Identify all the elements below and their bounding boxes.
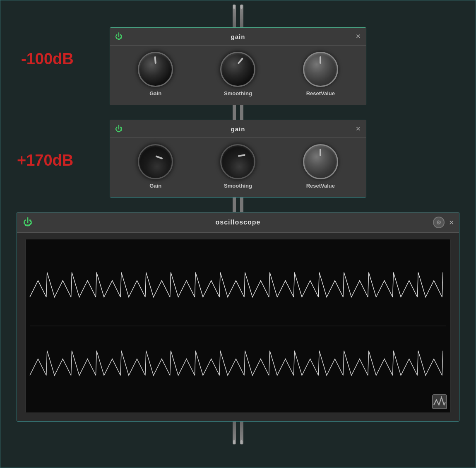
knob-gain1-gain-label: Gain	[149, 90, 161, 96]
knob-gain1-smoothing[interactable]	[220, 52, 255, 87]
gain-panel-1-power[interactable]: ⏻	[115, 32, 123, 41]
oscilloscope-wave-icon[interactable]	[432, 394, 447, 409]
connector-line-left-bottom	[233, 422, 236, 444]
gain-panel-2-title: gain	[231, 125, 245, 133]
knob-gain1-smoothing-indicator	[237, 58, 243, 64]
knob-gain1-gain[interactable]	[138, 52, 173, 87]
knob-gain2-smoothing-indicator	[238, 154, 245, 157]
knob-gain1-reset-label: ResetValue	[306, 90, 335, 96]
db-label-1: -100dB	[21, 50, 74, 68]
knob-gain2-smoothing-label: Smoothing	[224, 183, 252, 189]
gain-panel-1-body: Gain Smoothing ResetValue	[110, 45, 366, 105]
oscilloscope-title: oscilloscope	[216, 219, 261, 226]
knob-container-gain1-reset: ResetValue	[293, 52, 347, 96]
knob-gain2-reset-indicator	[320, 149, 321, 156]
db-label-2: +170dB	[17, 152, 73, 169]
waveform-svg	[26, 239, 450, 413]
knob-container-gain2-gain: Gain	[129, 144, 183, 189]
gain-panel-2-header: ⏻ gain ✕	[110, 120, 366, 138]
oscilloscope-display	[25, 239, 451, 413]
knob-container-gain2-smoothing: Smoothing	[211, 144, 265, 189]
wave-icon-svg	[433, 395, 447, 409]
oscilloscope-panel: ⏻ oscilloscope ⚙ ✕	[17, 212, 459, 422]
oscilloscope-body	[17, 232, 459, 421]
knob-container-gain2-reset: ResetValue	[293, 144, 347, 189]
bottom-connector	[233, 422, 243, 444]
connector-mid-line-left	[233, 105, 236, 120]
knob-gain2-smoothing[interactable]	[220, 144, 255, 179]
gain-panel-1-header: ⏻ gain ✕	[110, 28, 366, 45]
gain-panel-2-close[interactable]: ✕	[356, 125, 361, 133]
connector-mid2-line-right	[240, 198, 243, 212]
knob-gain1-gain-indicator	[154, 56, 156, 64]
gain-panel-1-title: gain	[231, 33, 245, 40]
oscilloscope-controls: ⚙ ✕	[433, 217, 454, 228]
knob-container-gain1-gain: Gain	[129, 52, 183, 96]
connector-mid2-line-left	[233, 198, 236, 212]
waveform-channel-2	[30, 351, 443, 376]
knob-gain1-reset[interactable]	[303, 52, 338, 87]
knob-gain2-gain-indicator	[155, 155, 163, 159]
top-connector	[233, 5, 243, 27]
oscilloscope-power[interactable]: ⏻	[23, 217, 32, 228]
gain-panel-2-body: Gain Smoothing ResetValue	[110, 138, 366, 197]
oscilloscope-settings-button[interactable]: ⚙	[433, 217, 445, 228]
knob-gain2-gain-label: Gain	[149, 183, 161, 189]
gain-panel-2: ⏻ gain ✕ Gain Smoothing	[110, 120, 366, 198]
oscilloscope-header: ⏻ oscilloscope ⚙ ✕	[17, 212, 459, 232]
main-container: -100dB ⏻ gain ✕ Gain Smoothing	[0, 0, 476, 468]
oscilloscope-close[interactable]: ✕	[449, 219, 454, 227]
connector-middle-1	[233, 105, 243, 120]
connector-line-right-top	[240, 5, 243, 27]
connector-line-left-top	[233, 5, 236, 27]
gain-panel-1-close[interactable]: ✕	[356, 33, 361, 40]
connector-mid-line-right	[240, 105, 243, 120]
waveform-channel-1	[30, 273, 443, 297]
knob-gain2-reset[interactable]	[303, 144, 338, 179]
connector-middle-2	[233, 198, 243, 212]
connector-line-right-bottom	[240, 422, 243, 444]
knob-gain1-smoothing-label: Smoothing	[224, 90, 252, 96]
knob-gain2-gain[interactable]	[138, 144, 173, 179]
gain-panel-2-power[interactable]: ⏻	[115, 125, 123, 133]
knob-gain1-reset-indicator	[320, 56, 321, 64]
settings-icon: ⚙	[436, 219, 442, 226]
knob-gain2-reset-label: ResetValue	[306, 183, 335, 189]
gain-panel-1: ⏻ gain ✕ Gain Smoothing	[110, 27, 366, 105]
knob-container-gain1-smoothing: Smoothing	[211, 52, 265, 96]
